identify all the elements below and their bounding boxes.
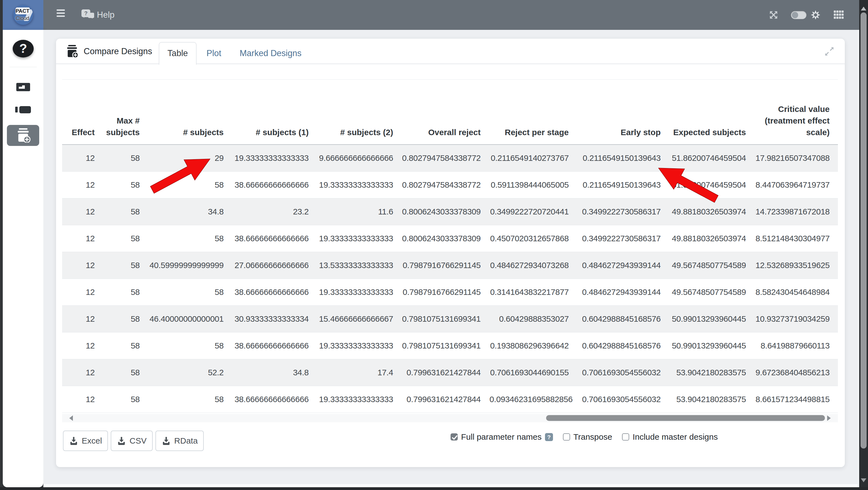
download-excel-button[interactable]: Excel: [63, 431, 108, 451]
panel-title: Compare Designs: [84, 47, 152, 56]
column-header: # subjects (1): [228, 80, 313, 145]
column-header: Expected subjects: [665, 80, 750, 145]
grid-apps-icon[interactable]: [834, 10, 844, 20]
table-cell: 0.1938086296396642: [485, 333, 573, 359]
table-cell: 0.7061693054556032: [573, 386, 665, 413]
option-include-master-designs[interactable]: Include master designs: [622, 432, 718, 442]
column-header: Reject per stage: [485, 80, 573, 145]
header-row: EffectMax # subjects# subjects# subjects…: [62, 80, 838, 145]
table-cell: 46.40000000000001: [144, 306, 228, 333]
table-cell: 19.33333333333333: [313, 225, 398, 252]
table-cell: 12: [62, 172, 99, 198]
table-cell: 0.4846272934073268: [485, 252, 573, 279]
table-cell: 58: [99, 252, 144, 279]
panel-header: Compare Designs Table Plot Marked Design…: [56, 39, 845, 64]
sidebar-toggle-button[interactable]: [57, 9, 65, 21]
table-horizontal-scrollbar[interactable]: [62, 414, 838, 422]
checkbox-checked[interactable]: [451, 433, 458, 440]
compare-designs-icon: [15, 128, 31, 143]
table-cell: 8.582430454648984: [750, 279, 838, 306]
table-cell: 0.5911398444065005: [485, 172, 573, 198]
table-cell: 0.2116549150139643: [573, 145, 665, 172]
help-question-icon[interactable]: ?: [13, 40, 34, 57]
checkbox[interactable]: [622, 433, 629, 440]
tab-plot[interactable]: Plot: [198, 42, 229, 65]
table-cell: 12: [62, 198, 99, 225]
table-cell: 49.88180326503974: [665, 225, 750, 252]
sidebar-item-designs-icon[interactable]: [16, 83, 30, 91]
table-cell: 50.99013293960445: [665, 306, 750, 333]
table-row: 125840.5999999999999927.0666666666666613…: [62, 252, 838, 279]
download-csv-button[interactable]: CSV: [111, 431, 153, 451]
page-scrollbar-thumb[interactable]: [861, 12, 867, 449]
table-cell: 12: [62, 145, 99, 172]
table-cell: 0.8027947584338772: [398, 172, 485, 198]
table-cell: 0.7981075131699341: [398, 333, 485, 359]
table-row: 12585838.6666666666666619.33333333333333…: [62, 386, 838, 413]
table-cell: 58: [99, 225, 144, 252]
table-cell: 12: [62, 306, 99, 333]
table-cell: 0.6042988845168576: [573, 333, 665, 359]
tab-table[interactable]: Table: [159, 42, 196, 65]
scroll-up-arrow[interactable]: [861, 4, 866, 10]
table-cell: 0.8006243033378309: [398, 225, 485, 252]
page-scrollbar[interactable]: [859, 0, 868, 490]
table-cell: 50.99013293960445: [665, 333, 750, 359]
sidebar-item-layout-icon[interactable]: [15, 106, 31, 113]
checkbox[interactable]: [563, 433, 570, 440]
table-cell: 40.59999999999999: [144, 252, 228, 279]
table-cell: 0.8027947584338772: [398, 145, 485, 172]
table-cell: 58: [99, 198, 144, 225]
option-transpose[interactable]: Transpose: [563, 432, 612, 442]
table-cell: 15.46666666666667: [313, 306, 398, 333]
table-cell: 58: [144, 333, 228, 359]
table-cell: 58: [99, 172, 144, 198]
column-header: Effect: [62, 80, 99, 145]
table-cell: 19.33333333333333: [313, 172, 398, 198]
table-cell: 58: [144, 279, 228, 306]
sidebar-divider: [9, 67, 37, 67]
table-cell: 52.2: [144, 359, 228, 386]
dark-mode-toggle[interactable]: [791, 11, 806, 19]
download-rdata-button[interactable]: RData: [155, 431, 204, 451]
compare-designs-panel: Compare Designs Table Plot Marked Design…: [56, 39, 845, 467]
sidebar-item-compare-designs[interactable]: [7, 125, 39, 146]
fullscreen-icon[interactable]: [769, 10, 778, 20]
app-logo[interactable]: PACT Cloud: [3, 0, 43, 30]
scrollbar-thumb[interactable]: [546, 415, 825, 421]
table-cell: 58: [99, 359, 144, 386]
table-row: 12585838.6666666666666619.33333333333333…: [62, 279, 838, 306]
annotation-arrow-early-stop: [658, 168, 719, 203]
table-cell: 0.3499222730586317: [573, 198, 665, 225]
table-cell: 58: [99, 333, 144, 359]
table-cell: 58: [99, 145, 144, 172]
scroll-left-arrow[interactable]: [66, 415, 73, 421]
table-cell: 58: [99, 279, 144, 306]
help-menu[interactable]: ? Help: [82, 8, 115, 22]
table-cell: 17.4: [313, 359, 398, 386]
top-navbar: ? Help: [43, 0, 859, 30]
table-cell: 53.9042180283575: [665, 359, 750, 386]
window-bottom-edge: [0, 487, 868, 490]
table-cell: 30.93333333333334: [228, 306, 313, 333]
resize-panel-icon[interactable]: [823, 45, 835, 57]
option-full-parameter-names[interactable]: Full parameter names?: [451, 432, 553, 442]
table-cell: 49.56748507754589: [665, 252, 750, 279]
table-row: 125846.4000000000000130.9333333333333415…: [62, 306, 838, 333]
table-cell: 19.33333333333333: [313, 386, 398, 413]
table-cell: 34.8: [144, 198, 228, 225]
sidebar: ?: [3, 30, 43, 487]
table-cell: 0.4507020312657868: [485, 225, 573, 252]
results-table: EffectMax # subjects# subjects# subjects…: [62, 80, 838, 413]
annotation-arrow-subjects: [150, 158, 211, 194]
scroll-right-arrow[interactable]: [827, 415, 834, 421]
table-cell: 0.60429888353027: [485, 306, 573, 333]
table-cell: 10.93273719034259: [750, 306, 838, 333]
help-tooltip-badge[interactable]: ?: [545, 433, 553, 441]
table-cell: 12: [62, 359, 99, 386]
table-cell: 0.3499222730586317: [573, 225, 665, 252]
tab-marked-designs[interactable]: Marked Designs: [231, 42, 310, 65]
column-header: # subjects: [144, 80, 228, 145]
scroll-down-arrow[interactable]: [861, 479, 866, 485]
table-options: Full parameter names?TransposeInclude ma…: [451, 432, 718, 442]
